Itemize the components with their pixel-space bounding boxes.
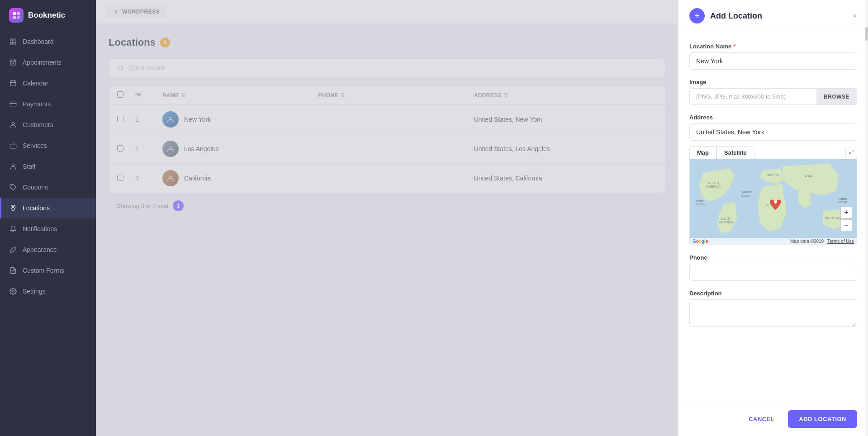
svg-text:Indian: Indian (839, 197, 847, 200)
svg-line-31 (852, 150, 854, 152)
row-check[interactable] (117, 175, 135, 182)
map-tab-map[interactable]: Map (689, 146, 716, 159)
avatar-img (162, 141, 179, 157)
add-location-button[interactable]: ADD LOCATION (788, 410, 857, 428)
row-checkbox[interactable] (117, 175, 123, 181)
sidebar-item-settings[interactable]: Settings (0, 281, 96, 302)
sidebar-item-label: Customers (23, 121, 53, 128)
location-name-input[interactable] (689, 52, 857, 70)
svg-text:ASIA: ASIA (805, 175, 812, 178)
svg-rect-0 (13, 12, 16, 15)
image-path-input[interactable] (690, 89, 816, 104)
svg-text:AFRICA: AFRICA (766, 204, 778, 207)
page-number[interactable]: 1 (173, 200, 184, 211)
image-input-wrap: BROWSE (689, 88, 857, 105)
bell-icon (9, 225, 17, 233)
cancel-button[interactable]: CANCEL (740, 411, 783, 427)
col-name: NAME ⇅ (162, 91, 318, 99)
col-address: ADDRESS ⇅ (474, 91, 630, 99)
location-name: California (184, 175, 211, 182)
add-location-panel: + Add Location × Location Name * Image B… (678, 0, 868, 436)
form-group-address: Address Map Satellite (689, 114, 857, 245)
sidebar-item-locations[interactable]: Locations (0, 198, 96, 218)
map-zoom-out-button[interactable]: − (840, 219, 852, 231)
svg-rect-2 (13, 16, 16, 19)
sidebar-item-calendar[interactable]: Calendar (0, 73, 96, 94)
panel-scrollbar (865, 0, 868, 436)
search-bar[interactable]: Quick search (109, 58, 665, 77)
svg-rect-19 (10, 144, 16, 148)
map-tab-satellite[interactable]: Satellite (716, 146, 754, 159)
panel-plus-icon: + (689, 8, 705, 24)
svg-rect-1 (17, 12, 20, 15)
topbar: WORDPRESS (96, 0, 678, 24)
form-group-image: Image BROWSE (689, 79, 857, 105)
phone-input[interactable] (689, 264, 857, 281)
svg-rect-7 (14, 42, 16, 44)
form-group-phone: Phone (689, 254, 857, 281)
svg-text:EUROPE: EUROPE (766, 173, 779, 176)
sidebar-item-coupons[interactable]: Coupons (0, 177, 96, 198)
sidebar-item-appearance[interactable]: Appearance (0, 239, 96, 260)
row-num: 1 (135, 116, 162, 123)
svg-text:Ocean: Ocean (741, 194, 750, 197)
svg-rect-8 (10, 60, 16, 65)
svg-rect-6 (10, 42, 13, 44)
svg-rect-4 (10, 39, 13, 41)
browse-button[interactable]: BROWSE (816, 89, 857, 104)
svg-text:Atlantic: Atlantic (742, 190, 752, 194)
location-name: Los Angeles (184, 145, 218, 152)
col-phone: PHONE ⇅ (318, 91, 474, 99)
pagination-text: Showing 3 of 3 total (117, 203, 168, 209)
description-textarea[interactable] (689, 299, 857, 327)
sidebar-item-appointments[interactable]: Appointments (0, 52, 96, 73)
map-expand-button[interactable] (845, 147, 857, 158)
row-checkbox[interactable] (117, 116, 123, 122)
sidebar-item-services[interactable]: Services (0, 135, 96, 156)
app-name: Booknetic (28, 11, 65, 20)
sidebar-item-notifications[interactable]: Notifications (0, 218, 96, 239)
map-zoom-in-button[interactable]: + (840, 207, 852, 218)
grid-icon (9, 38, 17, 46)
sidebar-item-custom-forms[interactable]: Custom Forms (0, 260, 96, 281)
svg-text:AMERICA: AMERICA (706, 185, 721, 188)
row-checkbox[interactable] (117, 145, 123, 152)
map-data-label: Map data ©2019 (790, 239, 824, 244)
calendar-icon (9, 79, 17, 87)
map-footer: Google Map data ©2019 Terms of Use (690, 238, 857, 245)
row-check[interactable] (117, 145, 135, 153)
locations-table: № NAME ⇅ PHONE ⇅ ADDRESS ⇅ 1 (109, 85, 665, 193)
description-label: Description (689, 290, 857, 297)
page-title-text: Locations (109, 37, 156, 48)
logo-icon (9, 8, 24, 23)
sidebar-item-label: Dashboard (23, 38, 54, 45)
person-icon (9, 162, 17, 171)
gear-icon (9, 287, 17, 295)
image-label: Image (689, 79, 857, 85)
location-name: New York (184, 116, 211, 123)
select-all-checkbox[interactable] (117, 91, 123, 98)
panel-scroll-thumb (865, 27, 868, 41)
google-logo: Google (693, 239, 708, 244)
map-terms-link[interactable]: Terms of Use (827, 239, 854, 244)
svg-text:Ocean: Ocean (838, 200, 847, 204)
sidebar-item-label: Settings (23, 288, 46, 295)
sidebar: Booknetic Dashboard Appointments Calenda… (0, 0, 96, 436)
search-icon (117, 65, 124, 71)
tag-icon (9, 183, 17, 191)
sidebar-item-staff[interactable]: Staff (0, 156, 96, 177)
doc-icon (9, 266, 17, 275)
sidebar-item-customers[interactable]: Customers (0, 114, 96, 135)
row-address: United States, Los Angeles (474, 145, 630, 152)
wordpress-button[interactable]: WORDPRESS (107, 5, 166, 18)
sidebar-logo: Booknetic (0, 0, 96, 31)
row-check[interactable] (117, 116, 135, 123)
sidebar-item-label: Appointments (23, 59, 62, 66)
row-name-cell: California (162, 170, 318, 186)
search-placeholder: Quick search (128, 64, 166, 71)
svg-line-32 (849, 152, 851, 154)
panel-close-button[interactable]: × (852, 12, 857, 20)
address-input[interactable] (689, 123, 857, 141)
sidebar-item-payments[interactable]: Payments (0, 94, 96, 114)
sidebar-item-dashboard[interactable]: Dashboard (0, 31, 96, 52)
